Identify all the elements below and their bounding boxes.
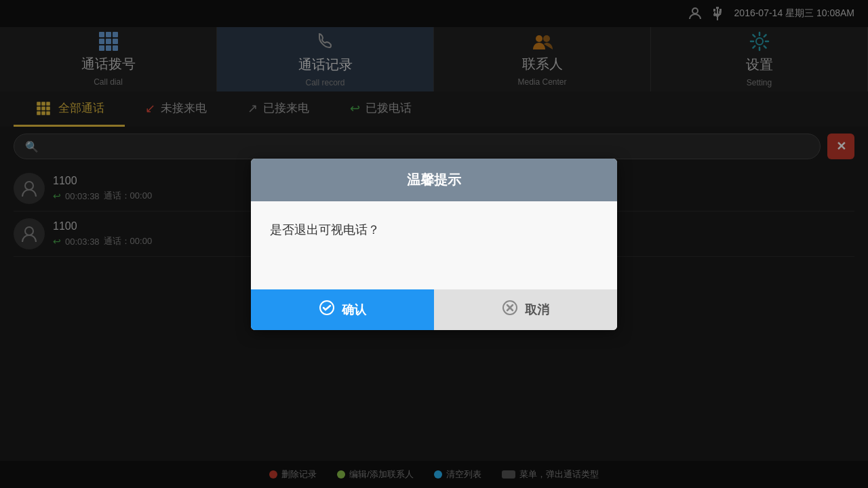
confirm-icon xyxy=(319,300,335,319)
modal-body: 是否退出可视电话？ xyxy=(251,201,617,289)
modal-title: 温馨提示 xyxy=(407,172,461,187)
confirm-button[interactable]: 确认 xyxy=(251,289,434,330)
modal-overlay: 温馨提示 是否退出可视电话？ 确认 xyxy=(0,0,868,488)
confirm-label: 确认 xyxy=(342,302,366,318)
modal-footer: 确认 取消 xyxy=(251,289,617,330)
modal-message: 是否退出可视电话？ xyxy=(270,223,380,237)
modal-header: 温馨提示 xyxy=(251,159,617,201)
modal-dialog: 温馨提示 是否退出可视电话？ 确认 xyxy=(251,159,617,330)
cancel-label: 取消 xyxy=(525,302,549,318)
cancel-icon xyxy=(502,300,518,319)
cancel-button[interactable]: 取消 xyxy=(434,289,617,330)
